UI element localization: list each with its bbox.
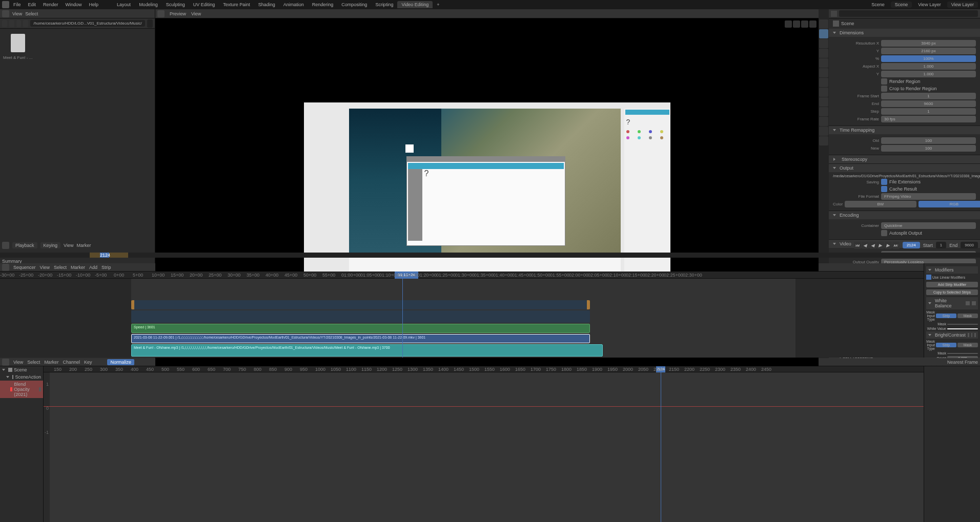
output-path-input[interactable]: /media/cesarkero/D1/GDrive/Proyectos/Mod… <box>833 174 976 178</box>
bright-contrast-header[interactable]: Bright/Contrast <box>926 331 978 339</box>
audio-waveform-strip[interactable] <box>131 310 590 323</box>
menu-edit[interactable]: Edit <box>25 1 39 8</box>
object-tab-icon[interactable] <box>819 68 828 77</box>
res-y-input[interactable]: 2160 px <box>881 48 976 54</box>
seq-tracks[interactable]: Speed | 3601 2021-03-08 11-22-09.001 | /… <box>0 279 924 358</box>
crop-check[interactable] <box>881 86 887 92</box>
blender-logo-icon[interactable] <box>2 1 9 8</box>
scene-name[interactable]: Scene <box>841 21 854 26</box>
menu-window[interactable]: Window <box>63 1 85 8</box>
constraints-tab-icon[interactable] <box>819 107 828 116</box>
back-icon[interactable] <box>2 20 7 27</box>
path-input[interactable]: /home/cesarkero/HDD/LGD...V01_Estructura… <box>30 20 145 27</box>
stereo-header[interactable]: Stereoscopy <box>829 155 980 163</box>
mask-strip-button[interactable]: Strip <box>936 314 956 318</box>
linear-mod-check[interactable] <box>926 275 931 280</box>
timeline-marker[interactable]: Marker <box>76 243 91 248</box>
prev-key-icon[interactable]: ◀ <box>862 242 869 249</box>
filter-icon[interactable] <box>936 359 943 366</box>
zoom-icon[interactable] <box>785 20 792 28</box>
tab-animation[interactable]: Animation <box>279 1 308 8</box>
tab-texture[interactable]: Texture Paint <box>219 1 254 8</box>
aspect-x-input[interactable]: 1.000 <box>881 63 976 70</box>
seq-add[interactable]: Add <box>89 265 97 270</box>
seq-strip[interactable]: Strip <box>101 265 111 270</box>
viewlayer-tab-icon[interactable] <box>819 39 828 48</box>
dimensions-header[interactable]: Dimensions <box>829 29 980 37</box>
particles-tab-icon[interactable] <box>819 88 828 97</box>
graph-marker[interactable]: Marker <box>44 360 58 365</box>
close-icon[interactable] <box>974 333 976 337</box>
white-val-color[interactable] <box>947 328 978 329</box>
graph-channel[interactable]: Channel <box>63 360 80 365</box>
editor-type-icon[interactable] <box>2 264 9 271</box>
editor-type-icon[interactable] <box>2 10 9 17</box>
file-item[interactable]: Meet & Fun! - ... <box>3 32 32 60</box>
ghost-icon[interactable] <box>96 359 103 366</box>
proportional-icon[interactable] <box>925 359 932 366</box>
auto-icon[interactable] <box>138 359 146 366</box>
output-tab-icon[interactable] <box>819 29 828 38</box>
timeline-playhead[interactable]: 2124 <box>100 253 109 258</box>
fb-view[interactable]: View <box>12 11 22 16</box>
preview-mode[interactable]: Preview <box>170 11 186 16</box>
fit-icon[interactable] <box>793 20 800 28</box>
eye-icon[interactable] <box>968 333 969 337</box>
editor-type-icon[interactable] <box>157 10 165 17</box>
tab-sculpting[interactable]: Sculpting <box>162 1 189 8</box>
scene-selector[interactable]: Scene <box>891 2 912 8</box>
physics-tab-icon[interactable] <box>819 97 828 107</box>
seq-playhead-line[interactable] <box>402 279 403 358</box>
res-pct-input[interactable]: 100% <box>881 55 976 62</box>
lock-icon[interactable] <box>39 387 41 391</box>
graph-view[interactable]: View <box>13 360 23 365</box>
modifier-tab-icon[interactable] <box>819 78 828 87</box>
tab-uv[interactable]: UV Editing <box>189 1 219 8</box>
overlay-icon[interactable] <box>809 20 816 28</box>
cache-check[interactable] <box>881 186 887 192</box>
viewlayer-selector[interactable]: View Layer <box>947 2 978 8</box>
color-rgb-button[interactable]: RGB <box>918 201 980 207</box>
up-icon[interactable] <box>971 333 973 337</box>
tab-layout[interactable]: Layout <box>113 1 135 8</box>
mask-strip-button[interactable]: Strip <box>936 343 956 347</box>
audio-strip[interactable]: Meet & Fun! - Ofshane.mp3 | /1,/,/,/,/,/… <box>131 344 603 357</box>
output-header[interactable]: Output <box>829 164 980 172</box>
playback-menu[interactable]: Playback <box>12 242 37 248</box>
tab-shading[interactable]: Shading <box>254 1 279 8</box>
frame-end-input[interactable]: 9600 <box>881 100 976 107</box>
menu-render[interactable]: Render <box>40 1 62 8</box>
step-input[interactable]: 1 <box>881 108 976 115</box>
add-modifier-button[interactable]: Add Strip Modifier <box>926 282 978 287</box>
texture-tab-icon[interactable] <box>819 136 828 145</box>
tab-video-editing[interactable]: Video Editing <box>397 1 433 8</box>
mask-mask-button[interactable]: Mask <box>957 314 978 318</box>
mask-select[interactable] <box>947 353 978 354</box>
copy-modifier-button[interactable]: Copy to Selected Strips <box>926 289 978 295</box>
seq-mode[interactable]: Sequencer <box>13 265 36 270</box>
seq-view[interactable]: View <box>40 265 50 270</box>
proxy-icon[interactable] <box>801 20 808 28</box>
keying-menu[interactable]: Keying <box>40 242 61 248</box>
fcurve-line[interactable] <box>44 406 924 407</box>
graph-canvas[interactable]: 2124 15020025030035040045050055060065070… <box>44 366 924 522</box>
frame-start-input[interactable]: 1 <box>881 93 976 99</box>
tab-rendering[interactable]: Rendering <box>308 1 338 8</box>
graph-item-action[interactable]: SceneAction <box>0 373 43 381</box>
audio-waveform-strip[interactable] <box>131 300 590 309</box>
res-x-input[interactable]: 3840 px <box>881 40 976 47</box>
preview-view[interactable]: View <box>191 11 201 16</box>
props-search[interactable] <box>839 10 978 17</box>
scene-tab-icon[interactable] <box>819 49 828 58</box>
old-input[interactable]: 100 <box>881 137 976 144</box>
editor-type-icon[interactable] <box>2 242 9 249</box>
normalize-button[interactable]: Normalize <box>107 359 134 365</box>
seq-select[interactable]: Select <box>54 265 67 270</box>
jump-end-icon[interactable]: ⏭ <box>892 242 900 249</box>
graph-playhead-line[interactable] <box>661 372 661 522</box>
render-tab-icon[interactable] <box>819 19 828 29</box>
snap-mode[interactable]: Nearest Frame <box>947 360 978 365</box>
framerate-select[interactable]: 30 fps <box>881 116 976 122</box>
graph-key[interactable]: Key <box>84 360 92 365</box>
file-fmt-select[interactable]: FFmpeg Video <box>881 193 976 200</box>
